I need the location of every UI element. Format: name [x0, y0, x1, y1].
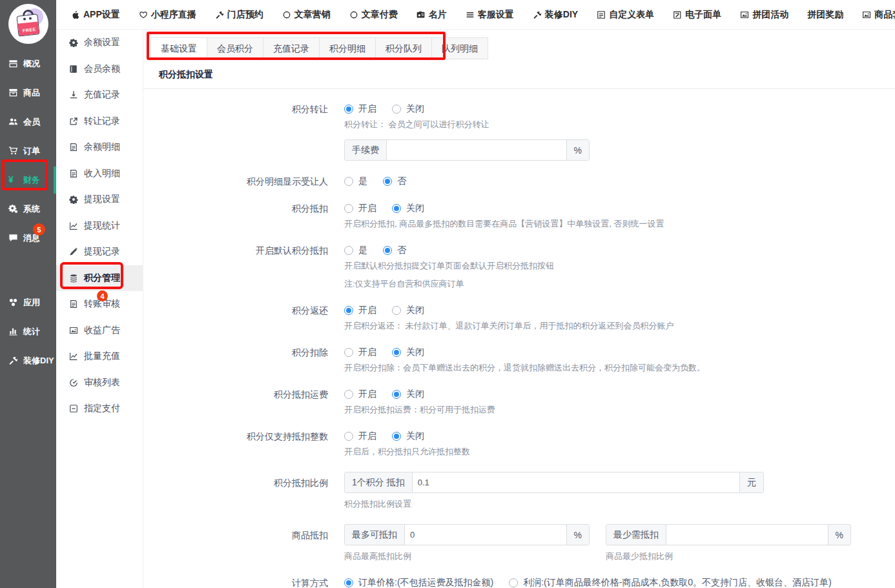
- radio-option[interactable]: 开启: [344, 431, 376, 442]
- submenu-item-15[interactable]: 指定支付: [56, 396, 143, 422]
- submenu-item-7[interactable]: 提现设置: [56, 187, 143, 213]
- submenu-item-5[interactable]: 余额明细: [56, 134, 143, 161]
- input-group: 最多可抵扣%: [344, 524, 590, 545]
- radio-dot[interactable]: [383, 246, 392, 255]
- radio-dot[interactable]: [392, 432, 401, 441]
- topnav-item-6[interactable]: 名片: [417, 9, 447, 21]
- text-input[interactable]: [405, 525, 566, 545]
- radio-label: 订单价格:(不包括运费及抵扣金额): [358, 577, 493, 588]
- sidebar-item-8[interactable]: 应用: [0, 288, 56, 317]
- input-group: 手续费%: [344, 139, 590, 161]
- topnav-item-1[interactable]: APP设置: [71, 9, 120, 21]
- circle-icon: [349, 10, 358, 19]
- submenu-item-8[interactable]: 提现统计: [56, 213, 143, 239]
- submenu-item-13[interactable]: 批量充值: [56, 343, 143, 370]
- topnav-item-2[interactable]: 小程序直播: [139, 9, 196, 21]
- submenu-item-12[interactable]: 收益广告: [56, 318, 143, 344]
- submenu-item-1[interactable]: 余额设置: [56, 30, 143, 56]
- radio-label: 关闭: [406, 347, 424, 358]
- radio-dot[interactable]: [344, 177, 353, 186]
- radio-dot[interactable]: [344, 105, 353, 114]
- topnav-item-3[interactable]: 门店预约: [215, 9, 263, 21]
- radio-dot[interactable]: [509, 578, 518, 587]
- submenu-item-label: 收益广告: [84, 325, 120, 336]
- sidebar-item-6[interactable]: 系统: [0, 194, 56, 223]
- submenu-item-10[interactable]: 积分管理: [56, 265, 143, 292]
- topnav-item-13[interactable]: 商品套餐: [862, 9, 895, 21]
- submenu-item-label: 余额明细: [84, 141, 120, 153]
- sidebar-item-5[interactable]: ¥财务: [0, 165, 56, 194]
- radio-dot[interactable]: [344, 306, 353, 315]
- submenu-item-11[interactable]: 转账审核4: [56, 291, 143, 318]
- input-append-label: %: [566, 525, 589, 545]
- tab-2[interactable]: 会员积分: [207, 37, 263, 59]
- radio-dot[interactable]: [392, 105, 401, 114]
- radio-option[interactable]: 开启: [344, 103, 376, 115]
- radio-option[interactable]: 是: [344, 245, 367, 256]
- radio-option[interactable]: 否: [383, 176, 406, 187]
- topnav-item-11[interactable]: 拼团活动: [740, 9, 788, 21]
- settings-form: 积分转让开启关闭积分转让： 会员之间可以进行积分转让手续费%积分明细显示受让人是…: [143, 89, 895, 588]
- gear-icon: [69, 195, 78, 204]
- radio-option[interactable]: 关闭: [392, 389, 424, 400]
- radio-dot[interactable]: [344, 390, 353, 399]
- radio-option[interactable]: 关闭: [392, 103, 424, 115]
- submenu-item-14[interactable]: 审核列表: [56, 370, 143, 396]
- radio-option[interactable]: 开启: [344, 305, 376, 316]
- sidebar-item-2[interactable]: 商品: [0, 78, 56, 107]
- submenu-item-3[interactable]: 充值记录: [56, 82, 143, 108]
- radio-dot[interactable]: [392, 348, 401, 357]
- radio-dot[interactable]: [383, 177, 392, 186]
- radio-option[interactable]: 关闭: [392, 203, 424, 214]
- tab-3[interactable]: 充值记录: [263, 37, 320, 59]
- radio-option[interactable]: 关闭: [392, 347, 424, 358]
- radio-dot[interactable]: [344, 578, 353, 587]
- radio-dot[interactable]: [392, 390, 401, 399]
- radio-dot[interactable]: [392, 306, 401, 315]
- radio-option[interactable]: 否: [383, 245, 406, 256]
- sidebar-item-3[interactable]: 会员: [0, 107, 56, 136]
- radio-option[interactable]: 订单价格:(不包括运费及抵扣金额): [344, 577, 493, 588]
- radio-option[interactable]: 关闭: [392, 431, 424, 442]
- sidebar-item-10[interactable]: 装修DIY: [0, 346, 56, 375]
- radio-label: 是: [358, 176, 367, 187]
- external-icon: [69, 117, 78, 126]
- text-input[interactable]: [666, 525, 828, 545]
- topnav-item-7[interactable]: 客服设置: [466, 9, 514, 21]
- tab-1[interactable]: 基础设置: [150, 37, 207, 59]
- topnav-item-12[interactable]: 拼团奖励: [807, 9, 843, 21]
- text-input[interactable]: [413, 472, 739, 492]
- radio-dot[interactable]: [344, 246, 353, 255]
- topnav-item-9[interactable]: 自定义表单: [597, 9, 654, 21]
- tab-4[interactable]: 积分明细: [319, 37, 376, 59]
- tab-6[interactable]: 队列明细: [431, 37, 488, 59]
- submenu-item-4[interactable]: 转让记录: [56, 108, 143, 135]
- submenu-item-6[interactable]: 收入明细: [56, 161, 143, 187]
- topnav-item-5[interactable]: 文章付费: [349, 9, 398, 21]
- sidebar-item-4[interactable]: 订单: [0, 136, 56, 165]
- radio-option[interactable]: 开启: [344, 203, 376, 214]
- sidebar-item-1[interactable]: 概况: [0, 49, 56, 78]
- radio-option[interactable]: 利润:(订单商品最终价格-商品成本,负数取0。不支持门店、收银台、酒店订单): [509, 577, 832, 588]
- field-controls: 最多可抵扣%商品最高抵扣比例最少需抵扣%商品最少抵扣比例: [344, 524, 895, 562]
- submenu-item-9[interactable]: 提现记录: [56, 239, 143, 265]
- topnav-item-8[interactable]: 装修DIY: [533, 9, 578, 21]
- radio-option[interactable]: 开启: [344, 389, 376, 400]
- radio-dot[interactable]: [392, 204, 401, 213]
- radio-option[interactable]: 关闭: [392, 305, 424, 316]
- radio-dot[interactable]: [344, 348, 353, 357]
- radio-dot[interactable]: [344, 204, 353, 213]
- topnav-item-4[interactable]: 文章营销: [282, 9, 331, 21]
- sidebar-item-9[interactable]: 统计: [0, 317, 56, 346]
- topnav-item-10[interactable]: 电子面单: [673, 9, 721, 21]
- app-logo[interactable]: FREE: [0, 0, 56, 49]
- tab-5[interactable]: 积分队列: [375, 37, 432, 59]
- sidebar-item-7[interactable]: 消息5: [0, 223, 56, 252]
- radio-label: 关闭: [406, 389, 424, 400]
- submenu-item-2[interactable]: 会员余额: [56, 56, 143, 83]
- radio-option[interactable]: 是: [344, 176, 367, 187]
- text-input[interactable]: [387, 140, 566, 160]
- radio-label: 利润:(订单商品最终价格-商品成本,负数取0。不支持门店、收银台、酒店订单): [523, 577, 832, 588]
- radio-dot[interactable]: [344, 432, 353, 441]
- radio-option[interactable]: 开启: [344, 347, 376, 358]
